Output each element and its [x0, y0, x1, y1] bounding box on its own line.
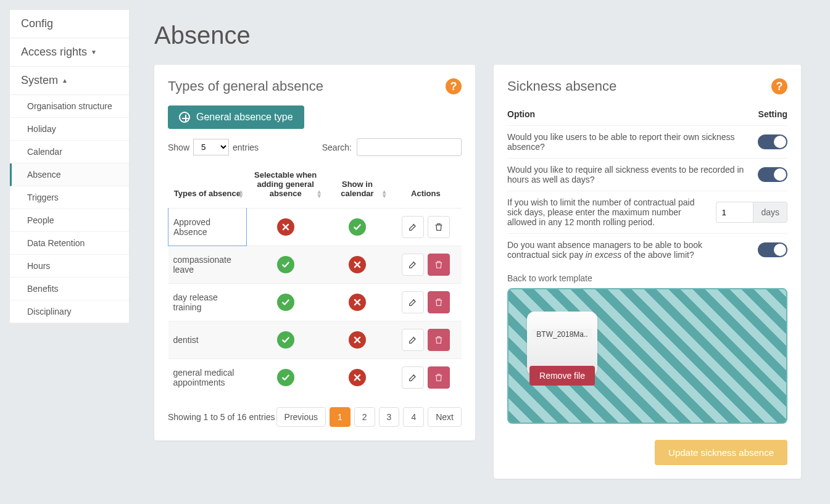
selectable-cell — [246, 321, 325, 359]
sidebar-heading-access-rights[interactable]: Access rights▼ — [10, 38, 129, 67]
toggle-switch[interactable] — [758, 242, 787, 257]
sickness-option-row: Would you like to require all sickness e… — [507, 158, 787, 191]
actions-cell — [390, 321, 462, 359]
actions-cell — [390, 246, 462, 284]
sidebar-item-triggers[interactable]: Triggers — [10, 186, 129, 209]
absence-type-cell[interactable]: day release training — [168, 284, 247, 321]
delete-button — [428, 291, 450, 313]
sickness-option-row: Do you want absence managers to be able … — [507, 233, 787, 266]
page-2[interactable]: 2 — [354, 407, 375, 427]
pagination: Previous1234Next — [276, 407, 462, 427]
page-1[interactable]: 1 — [330, 407, 351, 427]
actions-cell — [390, 359, 462, 397]
sidebar-heading-system[interactable]: System▲ — [10, 67, 129, 95]
col-selectable[interactable]: Selectable when adding general absence — [254, 170, 317, 198]
check-icon — [277, 331, 294, 349]
actions-cell — [390, 284, 462, 321]
page-next[interactable]: Next — [428, 407, 462, 427]
toggle-switch[interactable] — [758, 167, 787, 182]
edit-button[interactable] — [402, 329, 424, 351]
sort-icon[interactable]: ▲▼ — [381, 189, 388, 198]
sidebar-item-absence[interactable]: Absence — [10, 163, 129, 186]
edit-button[interactable] — [402, 216, 424, 238]
page-size-select[interactable]: 5 — [193, 139, 229, 155]
sort-icon[interactable]: ▲▼ — [316, 189, 322, 198]
main-content: Absence Types of general absence ? Gener… — [130, 0, 830, 504]
table-row: general medical appointments — [168, 359, 462, 397]
edit-button[interactable] — [402, 366, 424, 389]
general-absence-card: Types of general absence ? General absen… — [154, 65, 475, 440]
sidebar-item-holiday[interactable]: Holiday — [10, 118, 129, 141]
page-title: Absence — [154, 22, 811, 49]
remove-file-button[interactable]: Remove file — [529, 366, 595, 386]
general-absence-title: Types of general absence — [168, 78, 323, 94]
sickness-option-row: If you wish to limit the number of contr… — [507, 191, 787, 233]
file-name: BTW_2018Ma.. — [532, 329, 592, 340]
page-4[interactable]: 4 — [403, 407, 424, 427]
sidebar-item-org-structure[interactable]: Organisation structure — [10, 95, 129, 118]
sidebar-item-calendar[interactable]: Calendar — [10, 141, 129, 163]
edit-button[interactable] — [402, 291, 424, 313]
add-button-label: General absence type — [196, 112, 293, 123]
option-text: If you wish to limit the number of contr… — [507, 197, 703, 227]
cross-icon — [277, 218, 294, 236]
check-icon — [277, 294, 294, 311]
show-calendar-cell — [325, 359, 390, 397]
absence-type-cell[interactable]: compassionate leave — [168, 246, 247, 284]
absence-type-cell[interactable]: general medical appointments — [168, 359, 247, 397]
help-icon[interactable]: ? — [771, 78, 787, 94]
selectable-cell — [246, 359, 325, 397]
actions-cell — [390, 209, 462, 246]
sidebar-item-people[interactable]: People — [10, 209, 129, 232]
show-label: Show — [168, 143, 189, 152]
cross-icon — [349, 256, 366, 273]
add-general-absence-button[interactable]: General absence type — [168, 105, 304, 129]
entries-label: entries — [233, 143, 259, 152]
check-icon — [277, 369, 294, 386]
sickness-title: Sickness absence — [507, 78, 616, 94]
toggle-switch[interactable] — [758, 134, 787, 149]
sidebar-item-hours[interactable]: Hours — [10, 255, 129, 278]
absence-types-table: Types of absence▲▼ Selectable when addin… — [168, 165, 462, 396]
page-3[interactable]: 3 — [379, 407, 400, 427]
absence-type-cell[interactable]: Approved Absence — [168, 209, 247, 246]
setting-header: Setting — [758, 109, 787, 119]
caret-up-icon: ▲ — [62, 77, 68, 84]
absence-type-cell[interactable]: dentist — [168, 321, 247, 359]
check-icon — [277, 256, 294, 273]
option-text: Do you want absence managers to be able … — [507, 240, 745, 260]
table-row: dentist — [168, 321, 462, 359]
show-calendar-cell — [325, 246, 390, 284]
delete-button — [428, 366, 450, 389]
selectable-cell — [246, 284, 325, 321]
sidebar-heading-config[interactable]: Config — [10, 10, 129, 38]
update-sickness-button[interactable]: Update sickness absence — [655, 440, 787, 465]
table-row: Approved Absence — [168, 209, 462, 246]
search-label: Search: — [322, 143, 352, 152]
show-calendar-cell — [325, 284, 390, 321]
help-icon[interactable]: ? — [446, 78, 462, 94]
search-input[interactable] — [357, 138, 462, 156]
sort-icon[interactable]: ▲▼ — [238, 189, 244, 198]
delete-button[interactable] — [428, 216, 450, 238]
table-row: compassionate leave — [168, 246, 462, 284]
cross-icon — [349, 294, 366, 311]
sick-days-input[interactable] — [716, 202, 753, 223]
file-card[interactable]: BTW_2018Ma.. Remove file — [527, 312, 597, 376]
option-text: Would you like users to be able to repor… — [507, 132, 745, 152]
option-header: Option — [507, 109, 535, 119]
page-prev[interactable]: Previous — [276, 407, 326, 427]
sickness-absence-card: Sickness absence ? Option Setting Would … — [494, 65, 801, 479]
sidebar-item-benefits[interactable]: Benefits — [10, 278, 129, 300]
col-show-calendar[interactable]: Show in calendar — [341, 180, 373, 198]
file-dropzone[interactable]: BTW_2018Ma.. Remove file — [507, 288, 787, 424]
col-types[interactable]: Types of absence — [174, 189, 241, 198]
selectable-cell — [246, 209, 325, 246]
days-suffix: days — [753, 202, 787, 223]
col-actions: Actions — [411, 189, 441, 198]
days-input: days — [716, 202, 787, 223]
option-text: Would you like to require all sickness e… — [507, 165, 745, 184]
sidebar-item-disciplinary[interactable]: Disciplinary — [10, 300, 129, 323]
edit-button[interactable] — [402, 254, 424, 276]
sidebar-item-data-retention[interactable]: Data Retention — [10, 232, 129, 255]
